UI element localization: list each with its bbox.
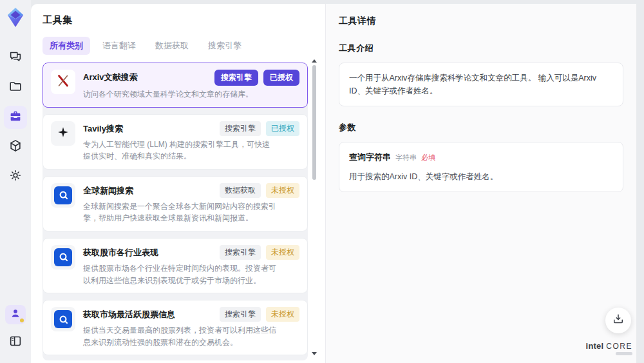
- news-search-icon: [54, 186, 72, 204]
- tool-card[interactable]: 获取市场最活跃股票信息 搜索引擎 未授权 提供当天交易量最高的股票列表，投资者可…: [43, 300, 308, 355]
- param-box: 查询字符串 字符串 必填 用于搜索的Arxiv ID、关键字或作者姓名。: [339, 142, 623, 192]
- sidebar-item-settings[interactable]: [4, 165, 27, 188]
- tool-description: 访问各个研究领域大量科学论文和文章的存储库。: [83, 88, 276, 101]
- main-panel: 工具集 所有类别语言翻译数据获取搜索引擎 Arxiv文献搜索 搜索引擎 已授权 …: [31, 4, 636, 363]
- sparkle-icon-tile: [51, 121, 75, 146]
- tool-description: 提供当天交易量最高的股票列表，投资者可以利用这些信息来识别流动性强的股票和潜在的…: [83, 324, 276, 348]
- sidebar-item-toolbox[interactable]: [4, 106, 27, 129]
- scroll-down-arrow-icon[interactable]: [312, 352, 317, 355]
- intel-wordmark: intel: [586, 341, 604, 351]
- tool-category-tag: 搜索引擎: [220, 245, 261, 260]
- category-tab[interactable]: 语言翻译: [95, 37, 143, 55]
- tool-category-tag: 数据获取: [220, 183, 261, 198]
- param-type: 字符串: [395, 152, 417, 164]
- tool-name: Tavily搜索: [83, 121, 123, 135]
- tool-name: Arxiv文献搜索: [83, 70, 138, 83]
- tool-list-pane: 工具集 所有类别语言翻译数据获取搜索引擎 Arxiv文献搜索 搜索引擎 已授权 …: [31, 4, 325, 363]
- collapse-sidebar-button[interactable]: [4, 331, 27, 354]
- tool-list: Arxiv文献搜索 搜索引擎 已授权 访问各个研究领域大量科学论文和文章的存储库…: [43, 63, 308, 360]
- param-name: 查询字符串: [349, 151, 391, 164]
- news-search-icon-tile: [51, 307, 75, 331]
- scroll-up-arrow-icon[interactable]: [312, 59, 317, 63]
- tool-card[interactable]: 获取股市各行业表现 搜索引擎 未授权 提供股票市场各个行业在特定时间段内的表现。…: [43, 238, 308, 293]
- tool-description: 全球新闻搜索是一个聚合全球各大新闻网站内容的搜索引擎，帮助用户快速获取全球最新资…: [83, 201, 276, 224]
- panel-toggle-icon: [8, 334, 23, 351]
- intro-heading: 工具介绍: [339, 43, 623, 54]
- tool-category-tag: 搜索引擎: [220, 307, 261, 322]
- app-sidebar: [0, 0, 31, 363]
- tool-status-badge: 未授权: [266, 307, 299, 322]
- arxiv-icon: [55, 73, 71, 91]
- category-tab[interactable]: 数据获取: [148, 37, 196, 55]
- sidebar-item-chat[interactable]: [4, 46, 27, 70]
- settings-icon: [8, 168, 23, 185]
- news-search-icon: [54, 248, 72, 266]
- news-search-icon-tile: [51, 245, 75, 270]
- category-tabs: 所有类别语言翻译数据获取搜索引擎: [43, 37, 325, 55]
- folder-icon: [8, 79, 23, 96]
- tool-status-badge: 已授权: [266, 121, 299, 136]
- page-title: 工具集: [43, 14, 325, 26]
- download-button[interactable]: [605, 308, 631, 333]
- tool-card[interactable]: Arxiv文献搜索 搜索引擎 已授权 访问各个研究领域大量科学论文和文章的存储库…: [43, 63, 308, 108]
- param-description: 用于搜索的Arxiv ID、关键字或作者姓名。: [349, 170, 613, 183]
- brand-sub-mark: [616, 352, 632, 355]
- tool-description: 提供股票市场各个行业在特定时间段内的表现。投资者可以利用这些信息来识别表现优于或…: [83, 262, 276, 286]
- cube-icon: [8, 139, 23, 155]
- app-logo-icon: [6, 6, 25, 28]
- sidebar-item-folder[interactable]: [4, 76, 27, 99]
- tool-status-badge: 已授权: [263, 70, 299, 86]
- news-search-icon: [54, 310, 72, 328]
- tool-status-badge: 未授权: [266, 245, 299, 260]
- tool-category-tag: 搜索引擎: [220, 121, 261, 136]
- news-search-icon: [54, 248, 72, 266]
- news-search-icon: [54, 186, 72, 204]
- detail-title: 工具详情: [339, 15, 623, 27]
- news-search-icon: [54, 310, 72, 328]
- param-required-badge: 必填: [421, 152, 435, 164]
- tool-name: 获取股市各行业表现: [83, 245, 158, 259]
- category-tab[interactable]: 搜索引擎: [201, 37, 249, 55]
- params-heading: 参数: [339, 122, 623, 133]
- tool-category-tag: 搜索引擎: [214, 70, 258, 86]
- news-search-icon-tile: [51, 183, 75, 208]
- tool-status-badge: 未授权: [266, 183, 299, 198]
- tool-card[interactable]: 全球新闻搜索 数据获取 未授权 全球新闻搜索是一个聚合全球各大新闻网站内容的搜索…: [43, 176, 308, 231]
- user-avatar-button[interactable]: [5, 305, 26, 324]
- download-icon: [612, 313, 625, 328]
- arxiv-icon-tile: [51, 70, 75, 94]
- intro-box: 一个用于从Arxiv存储库搜索科学论文和文章的工具。 输入可以是Arxiv ID…: [339, 63, 623, 106]
- sparkle-icon: [56, 125, 70, 142]
- category-tab[interactable]: 所有类别: [43, 37, 90, 55]
- notification-dot: [20, 319, 24, 322]
- tool-detail-pane: 工具详情 工具介绍 一个用于从Arxiv存储库搜索科学论文和文章的工具。 输入可…: [325, 4, 636, 363]
- tool-card[interactable]: Tavily搜索 搜索引擎 已授权 专为人工智能代理 (LLM) 构建的搜索引擎…: [43, 114, 308, 170]
- chat-icon: [8, 50, 23, 66]
- core-wordmark: core: [606, 342, 632, 351]
- tool-name: 获取市场最活跃股票信息: [83, 307, 175, 320]
- scrollbar-thumb[interactable]: [312, 65, 316, 180]
- tool-description: 专为人工智能代理 (LLM) 构建的搜索引擎工具，可快速提供实时、准确和真实的结…: [83, 139, 276, 162]
- sidebar-item-cube[interactable]: [4, 135, 27, 159]
- intel-core-logo: intel core: [586, 341, 632, 355]
- tool-name: 全球新闻搜索: [83, 183, 133, 197]
- toolbox-icon: [8, 109, 23, 126]
